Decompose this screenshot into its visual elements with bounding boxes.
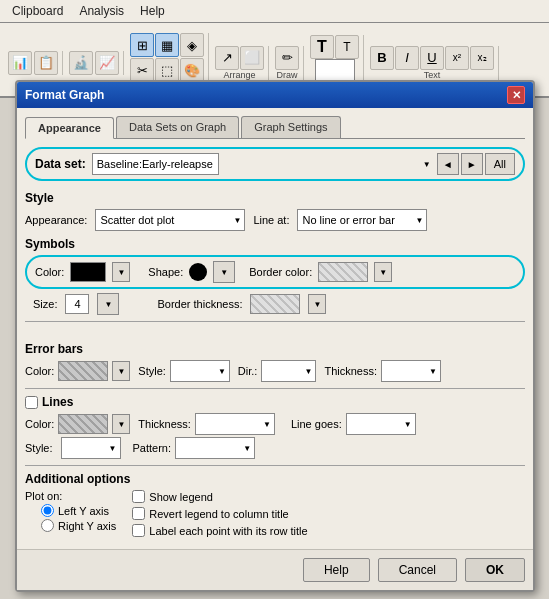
line-at-label: Line at: <box>253 214 289 226</box>
format-graph-dialog: Format Graph ✕ Appearance Data Sets on G… <box>15 80 535 592</box>
lines-section: Lines Color: ▼ Thickness: Line goes: Sty… <box>25 395 525 459</box>
left-y-radio[interactable] <box>41 504 54 517</box>
ok-button[interactable]: OK <box>465 558 525 582</box>
toolbar-draw-icon[interactable]: ✏ <box>275 46 299 70</box>
tab-bar: Appearance Data Sets on Graph Graph Sett… <box>25 116 525 139</box>
left-y-row: Left Y axis <box>41 504 116 517</box>
toolbar-icon-analyze[interactable]: 🔬 <box>69 51 93 75</box>
toolbar-change-icon2[interactable]: ▦ <box>155 33 179 57</box>
eb-color-dropdown-btn[interactable]: ▼ <box>112 361 130 381</box>
lines-thickness-select[interactable] <box>195 413 275 435</box>
lines-pattern-select[interactable] <box>175 437 255 459</box>
eb-thickness-select[interactable] <box>381 360 441 382</box>
options-right: Show legend Revert legend to column titl… <box>132 490 525 541</box>
style-row: Appearance: Scatter dot plot Line graph … <box>25 209 525 231</box>
dialog-close-button[interactable]: ✕ <box>507 86 525 104</box>
size-input[interactable] <box>65 294 89 314</box>
toolbar-change-icon6[interactable]: 🎨 <box>180 58 204 82</box>
revert-legend-checkbox[interactable] <box>132 507 145 520</box>
lines-label: Lines <box>42 395 73 409</box>
toolbar-change-icon1[interactable]: ⊞ <box>130 33 154 57</box>
lines-thickness-label: Thickness: <box>138 418 191 430</box>
dataset-row: Data set: Baseline:Early-releapse ◄ ► Al… <box>25 147 525 181</box>
eb-style-select[interactable] <box>170 360 230 382</box>
eb-style-label: Style: <box>138 365 166 377</box>
label-each-row: Label each point with its row title <box>132 524 525 537</box>
lines-color-dropdown-btn[interactable]: ▼ <box>112 414 130 434</box>
tab-datasets[interactable]: Data Sets on Graph <box>116 116 239 138</box>
label-each-checkbox[interactable] <box>132 524 145 537</box>
show-legend-checkbox[interactable] <box>132 490 145 503</box>
toolbar-superscript[interactable]: x² <box>445 46 469 70</box>
shape-preview <box>189 263 207 281</box>
cancel-button[interactable]: Cancel <box>378 558 457 582</box>
tab-appearance[interactable]: Appearance <box>25 117 114 139</box>
eb-dir-select[interactable] <box>261 360 316 382</box>
toolbar-icon-1[interactable]: 📊 <box>8 51 32 75</box>
divider-3 <box>25 465 525 466</box>
color-swatch[interactable] <box>70 262 106 282</box>
eb-thickness-wrapper <box>381 360 441 382</box>
border-thickness-dropdown-btn[interactable]: ▼ <box>308 294 326 314</box>
toolbar-change-icon3[interactable]: ◈ <box>180 33 204 57</box>
toolbar-font-size[interactable] <box>315 59 355 81</box>
lines-pattern-label: Pattern: <box>133 442 172 454</box>
appearance-select[interactable]: Scatter dot plot Line graph Bar chart <box>95 209 245 231</box>
toolbar-group-2: 🔬 📈 <box>65 51 124 75</box>
toolbar-underline[interactable]: U <box>420 46 444 70</box>
error-bars-section: Error bars Color: ▼ Style: Dir.: Thickne… <box>25 330 525 382</box>
toolbar-arrange-icon1[interactable]: ↗ <box>215 46 239 70</box>
shape-label: Shape: <box>148 266 183 278</box>
color-dropdown-btn[interactable]: ▼ <box>112 262 130 282</box>
size-label: Size: <box>33 298 57 310</box>
lines-color-swatch[interactable] <box>58 414 108 434</box>
line-at-select[interactable]: No line or error bar Mean Median <box>297 209 427 231</box>
size-dropdown-btn[interactable]: ▼ <box>97 293 119 315</box>
border-color-swatch[interactable] <box>318 262 368 282</box>
menu-analysis[interactable]: Analysis <box>71 2 132 20</box>
toolbar-icon-2[interactable]: 📋 <box>34 51 58 75</box>
menu-clipboard[interactable]: Clipboard <box>4 2 71 20</box>
lines-color-label: Color: <box>25 418 54 430</box>
border-color-dropdown-btn[interactable]: ▼ <box>374 262 392 282</box>
line-at-dropdown-wrapper: No line or error bar Mean Median <box>297 209 427 231</box>
menu-help[interactable]: Help <box>132 2 173 20</box>
lines-style-select[interactable] <box>61 437 121 459</box>
lines-style-label: Style: <box>25 442 53 454</box>
toolbar-change-icon5[interactable]: ⬚ <box>155 58 179 82</box>
toolbar-group-1: 📊 📋 <box>4 51 63 75</box>
toolbar-subscript[interactable]: x₂ <box>470 46 494 70</box>
size-row: Size: ▼ Border thickness: ▼ <box>33 293 525 315</box>
lines-checkbox[interactable] <box>25 396 38 409</box>
plot-on-label: Plot on: <box>25 490 62 502</box>
dataset-select[interactable]: Baseline:Early-releapse <box>92 153 219 175</box>
show-legend-label: Show legend <box>149 491 213 503</box>
dataset-prev-button[interactable]: ◄ <box>437 153 459 175</box>
left-y-label: Left Y axis <box>58 505 109 517</box>
lines-goes-wrapper <box>346 413 416 435</box>
label-each-label: Label each point with its row title <box>149 525 307 537</box>
lines-goes-select[interactable] <box>346 413 416 435</box>
lines-row1: Color: ▼ Thickness: Line goes: <box>25 413 525 435</box>
lines-goes-label: Line goes: <box>291 418 342 430</box>
right-y-radio[interactable] <box>41 519 54 532</box>
right-y-label: Right Y axis <box>58 520 116 532</box>
draw-label: Draw <box>276 70 297 80</box>
tab-graphsettings[interactable]: Graph Settings <box>241 116 340 138</box>
toolbar-bold[interactable]: B <box>370 46 394 70</box>
toolbar-icon-analyze2[interactable]: 📈 <box>95 51 119 75</box>
dataset-next-button[interactable]: ► <box>461 153 483 175</box>
error-bars-row: Color: ▼ Style: Dir.: Thickness: <box>25 360 525 382</box>
dataset-all-button[interactable]: All <box>485 153 515 175</box>
show-legend-row: Show legend <box>132 490 525 503</box>
help-button[interactable]: Help <box>303 558 370 582</box>
toolbar-write-T2[interactable]: T <box>335 35 359 59</box>
toolbar-change-icon4[interactable]: ✂ <box>130 58 154 82</box>
eb-color-swatch[interactable] <box>58 361 108 381</box>
toolbar-arrange-icon2[interactable]: ⬜ <box>240 46 264 70</box>
border-thickness-swatch[interactable] <box>250 294 300 314</box>
toolbar-italic[interactable]: I <box>395 46 419 70</box>
dialog-footer: Help Cancel OK <box>17 549 533 590</box>
shape-dropdown-btn[interactable]: ▼ <box>213 261 235 283</box>
toolbar-write-T1[interactable]: T <box>310 35 334 59</box>
